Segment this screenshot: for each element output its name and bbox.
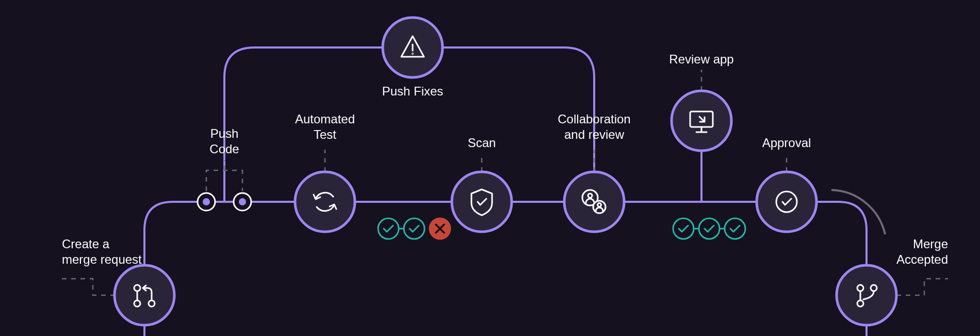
svg-point-6 xyxy=(404,218,424,239)
status-fail-icon xyxy=(430,218,450,239)
svg-point-1 xyxy=(203,198,210,205)
svg-point-5 xyxy=(378,218,399,239)
label-review-app: Review app xyxy=(669,52,733,67)
label-push-code: Push Code xyxy=(209,126,239,157)
svg-point-23 xyxy=(672,91,731,151)
node-collaboration xyxy=(564,172,624,232)
label-create-mr: Create a merge request xyxy=(62,236,142,267)
svg-point-16 xyxy=(295,172,355,232)
svg-point-10 xyxy=(699,218,720,239)
status-pass-icon xyxy=(725,218,745,239)
label-merge-accepted: Merge Accepted xyxy=(896,236,948,267)
commit-dot xyxy=(198,193,215,211)
status-pass-icon xyxy=(404,218,424,239)
merge-arc xyxy=(831,190,885,234)
status-group-tests xyxy=(378,218,450,239)
status-pass-icon xyxy=(699,218,720,239)
label-push-fixes: Push Fixes xyxy=(382,84,444,99)
svg-point-27 xyxy=(837,265,896,325)
svg-point-9 xyxy=(673,218,694,239)
node-automated-test xyxy=(295,172,355,232)
label-automated-test: Automated Test xyxy=(295,111,355,142)
svg-point-11 xyxy=(725,218,745,239)
node-review-app xyxy=(672,91,731,151)
label-approval: Approval xyxy=(762,135,811,151)
node-scan xyxy=(452,172,512,232)
status-group-reviews xyxy=(673,218,745,239)
label-collab: Collaboration and review xyxy=(558,111,630,142)
status-pass-icon xyxy=(378,218,399,239)
commit-dot xyxy=(234,193,251,211)
node-push-fixes xyxy=(383,18,443,77)
label-scan: Scan xyxy=(468,135,496,151)
svg-point-3 xyxy=(239,198,246,205)
svg-point-25 xyxy=(757,172,816,232)
svg-point-17 xyxy=(452,172,512,232)
svg-point-33 xyxy=(413,54,413,54)
dash-create-mr xyxy=(62,279,115,295)
dash-merge-accepted xyxy=(896,279,948,295)
node-create-merge-request xyxy=(115,265,174,325)
node-merge-accepted xyxy=(837,265,896,325)
diagram-canvas xyxy=(0,0,980,336)
node-approval xyxy=(757,172,816,232)
svg-point-12 xyxy=(115,265,174,325)
status-pass-icon xyxy=(673,218,694,239)
